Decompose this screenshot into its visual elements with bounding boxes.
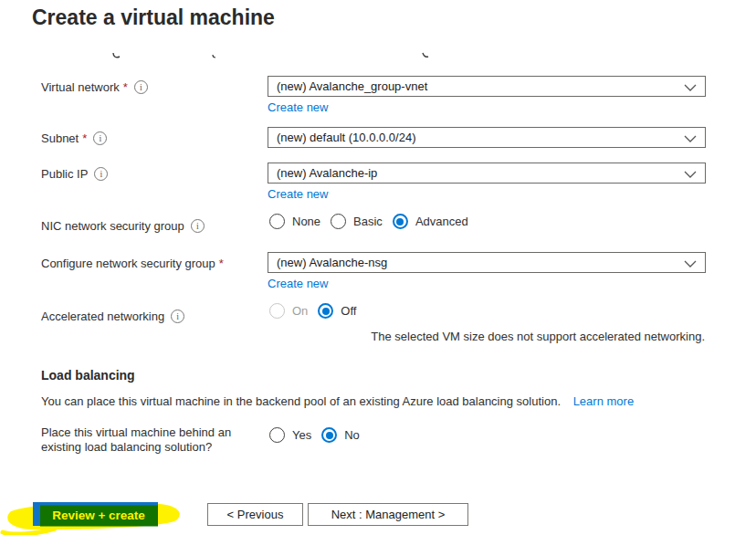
virtual-network-label: Virtual network * i bbox=[41, 80, 148, 94]
configure-nsg-value: (new) Avalanche-nsg bbox=[277, 256, 387, 269]
radio-circle-selected[interactable] bbox=[318, 303, 333, 319]
info-icon[interactable]: i bbox=[191, 219, 205, 233]
radio-circle-selected[interactable] bbox=[321, 427, 337, 443]
accelerated-networking-label: Accelerated networking i bbox=[41, 309, 184, 323]
review-create-button-highlighted[interactable]: Review + create bbox=[0, 497, 192, 535]
radio-none[interactable]: None bbox=[269, 214, 320, 229]
subnet-value: (new) default (10.0.0.0/24) bbox=[277, 131, 415, 144]
radio-off-selected[interactable]: Off bbox=[318, 303, 356, 319]
accelerated-networking-radio-group: On Off bbox=[269, 303, 356, 319]
info-icon[interactable]: i bbox=[171, 309, 184, 323]
highlighter-tail bbox=[3, 529, 55, 534]
next-management-button[interactable]: Next : Management > bbox=[308, 503, 468, 526]
public-ip-value: (new) Avalanche-ip bbox=[277, 166, 377, 180]
subnet-select[interactable]: (new) default (10.0.0.0/24) bbox=[268, 127, 706, 148]
virtual-network-value: (new) Avalanche_group-vnet bbox=[277, 79, 427, 93]
create-vm-page: Create a virtual machine Virtual network… bbox=[0, 0, 756, 535]
vm-size-note: The selected VM size does not support ac… bbox=[371, 330, 705, 343]
clipped-text-fragments bbox=[91, 50, 438, 63]
previous-button[interactable]: < Previous bbox=[207, 503, 303, 526]
learn-more-link[interactable]: Learn more bbox=[573, 394, 634, 408]
public-ip-select[interactable]: (new) Avalanche-ip bbox=[268, 163, 706, 184]
load-balancing-question: Place this virtual machine behind an exi… bbox=[41, 425, 269, 455]
radio-circle[interactable] bbox=[331, 214, 346, 229]
info-icon[interactable]: i bbox=[94, 167, 108, 181]
chevron-down-icon bbox=[684, 171, 697, 178]
info-icon[interactable]: i bbox=[93, 131, 107, 145]
nic-nsg-radio-group: None Basic Advanced bbox=[269, 214, 468, 229]
radio-basic[interactable]: Basic bbox=[331, 214, 383, 229]
required-asterisk: * bbox=[82, 131, 87, 145]
radio-yes[interactable]: Yes bbox=[269, 427, 311, 443]
configure-nsg-select[interactable]: (new) Avalanche-nsg bbox=[268, 252, 706, 273]
radio-circle[interactable] bbox=[269, 214, 285, 229]
radio-no-selected[interactable]: No bbox=[321, 427, 360, 443]
virtual-network-select[interactable]: (new) Avalanche_group-vnet bbox=[268, 76, 706, 97]
info-icon[interactable]: i bbox=[134, 80, 148, 94]
review-create-button-label[interactable]: Review + create bbox=[52, 509, 145, 522]
public-ip-label: Public IP i bbox=[41, 167, 108, 181]
page-title: Create a virtual machine bbox=[32, 5, 275, 30]
public-ip-create-new-link[interactable]: Create new bbox=[268, 187, 331, 201]
chevron-down-icon bbox=[684, 135, 697, 142]
radio-circle-selected[interactable] bbox=[393, 214, 408, 229]
load-balancing-description: You can place this virtual machine in th… bbox=[41, 394, 634, 408]
chevron-down-icon bbox=[684, 84, 697, 91]
configure-nsg-label: Configure network security group * bbox=[41, 257, 224, 270]
required-asterisk: * bbox=[219, 257, 224, 270]
load-balancing-radio-group: Yes No bbox=[269, 427, 360, 443]
radio-on-disabled: On bbox=[269, 303, 308, 319]
nic-nsg-label: NIC network security group i bbox=[41, 219, 205, 233]
required-asterisk: * bbox=[123, 80, 128, 94]
load-balancing-heading: Load balancing bbox=[41, 368, 135, 383]
chevron-down-icon bbox=[684, 260, 697, 268]
virtual-network-create-new-link[interactable]: Create new bbox=[268, 100, 331, 114]
subnet-label: Subnet * i bbox=[41, 131, 107, 145]
radio-circle-disabled bbox=[269, 303, 285, 319]
configure-nsg-create-new-link[interactable]: Create new bbox=[268, 277, 331, 290]
radio-circle[interactable] bbox=[269, 427, 285, 443]
radio-advanced-selected[interactable]: Advanced bbox=[393, 214, 468, 229]
